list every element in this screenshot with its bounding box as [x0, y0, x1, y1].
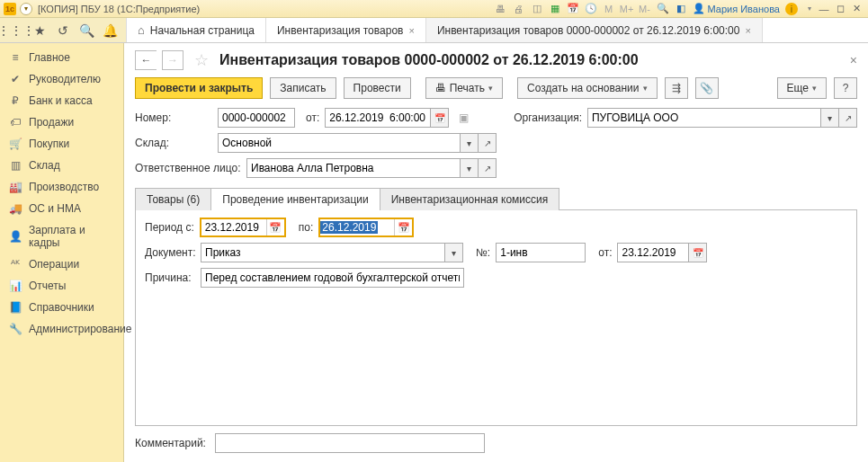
search-icon[interactable]: 🔍	[79, 23, 94, 38]
window-titlebar: 1c ▾ [КОПИЯ] ПБУ 18 (1С:Предприятие) 🖶 🖨…	[0, 0, 868, 18]
sidebar-item-label: ОС и НМА	[29, 202, 81, 215]
more-button[interactable]: Еще ▾	[777, 77, 827, 99]
period-to-input[interactable]: 26.12.2019	[320, 221, 378, 234]
posted-status-icon: ▣	[454, 108, 472, 128]
m-plus-icon[interactable]: M+	[621, 3, 633, 15]
sidebar-item-bank[interactable]: ₽Банк и касса	[0, 90, 123, 111]
sidebar-item-admin[interactable]: 🔧Администрирование	[0, 318, 123, 340]
apps-grid-icon[interactable]: ⋮⋮⋮	[9, 23, 23, 38]
sidebar-item-payroll[interactable]: 👤Зарплата и кадры	[0, 219, 123, 253]
document-type-input[interactable]	[201, 243, 445, 262]
favorites-icon[interactable]: ★	[32, 23, 47, 38]
printer-icon[interactable]: 🖨	[513, 3, 525, 15]
attachments-button[interactable]: 📎	[695, 77, 719, 99]
tab-inventory-process[interactable]: Проведение инвентаризации	[210, 188, 380, 210]
maximize-button[interactable]: ◻	[832, 3, 848, 15]
sidebar-item-label: Руководителю	[29, 73, 101, 85]
post-and-close-button[interactable]: Провести и закрыть	[135, 77, 263, 99]
sidebar-item-operations[interactable]: ᴬᴷОперации	[0, 253, 123, 275]
truck-icon: 🚚	[9, 202, 22, 215]
calendar-icon[interactable]: 📅	[431, 108, 449, 128]
sidebar-item-assets[interactable]: 🚚ОС и НМА	[0, 198, 123, 219]
toolbar-left-icons: ⋮⋮⋮ ★ ↺ 🔍 🔔	[0, 18, 127, 42]
help-button[interactable]: ?	[834, 77, 857, 99]
dropdown-icon[interactable]: ▾	[821, 108, 839, 128]
tab-close-icon[interactable]: ×	[408, 25, 414, 36]
structure-button[interactable]: ⇶	[665, 77, 688, 99]
open-ref-icon[interactable]: ↗	[479, 158, 497, 178]
dropdown-icon[interactable]: ▾	[445, 243, 463, 262]
document-tabs: ⌂ Начальная страница Инвентаризация това…	[127, 18, 763, 42]
windows-icon[interactable]: ◧	[675, 3, 687, 15]
sidebar-item-production[interactable]: 🏭Производство	[0, 176, 123, 198]
sidebar-item-label: Склад	[29, 159, 60, 172]
create-based-button[interactable]: Создать на основании ▾	[517, 77, 658, 99]
doc-number-input[interactable]	[496, 243, 586, 262]
tab-goods[interactable]: Товары (6)	[135, 188, 211, 210]
reason-label: Причина:	[145, 271, 195, 284]
open-ref-icon[interactable]: ↗	[479, 133, 497, 153]
calendar-icon[interactable]: 📅	[394, 219, 412, 235]
comment-input[interactable]	[215, 433, 485, 453]
dropdown-icon[interactable]: ▾	[461, 133, 479, 153]
close-document-button[interactable]: ×	[850, 53, 857, 67]
clock-icon[interactable]: 🕓	[585, 3, 597, 15]
number-input[interactable]	[218, 108, 295, 128]
calc-icon[interactable]: ▦	[549, 3, 561, 15]
sidebar-item-manager[interactable]: ✔Руководителю	[0, 68, 123, 90]
calendar-icon[interactable]: 📅	[567, 3, 579, 15]
post-button[interactable]: Провести	[344, 77, 411, 99]
save-button[interactable]: Записать	[270, 77, 336, 99]
app-menu-dropdown[interactable]: ▾	[20, 3, 32, 15]
sidebar-item-label: Покупки	[29, 138, 69, 150]
m-icon[interactable]: M	[603, 3, 615, 15]
forward-button[interactable]: →	[162, 50, 183, 70]
calendar-icon[interactable]: 📅	[689, 243, 707, 262]
sidebar-item-catalogs[interactable]: 📘Справочники	[0, 297, 123, 318]
wrench-icon: 🔧	[9, 323, 22, 335]
period-from-input[interactable]	[201, 219, 266, 235]
tab-home[interactable]: ⌂ Начальная страница	[127, 18, 266, 42]
tab-close-icon[interactable]: ×	[745, 25, 750, 36]
tab-inventory-doc[interactable]: Инвентаризация товаров 0000-000002 от 26…	[426, 18, 763, 42]
favorite-star-icon[interactable]: ☆	[194, 50, 209, 70]
print-button[interactable]: 🖶 Печать ▾	[425, 77, 503, 99]
responsible-input[interactable]	[246, 158, 461, 178]
current-user[interactable]: 👤 Мария Иванова	[693, 3, 780, 14]
history-icon[interactable]: ↺	[56, 23, 70, 38]
dropdown-icon[interactable]: ▾	[461, 158, 479, 178]
sidebar-item-main[interactable]: ≡Главное	[0, 47, 123, 68]
sidebar-item-purchases[interactable]: 🛒Покупки	[0, 133, 123, 155]
minimize-button[interactable]: —	[816, 3, 832, 15]
close-window-button[interactable]: ✕	[848, 3, 864, 15]
compare-icon[interactable]: ◫	[531, 3, 543, 15]
tab-inventory-list[interactable]: Инвентаризация товаров ×	[266, 18, 426, 42]
print-icon[interactable]: 🖶	[495, 3, 507, 15]
info-icon[interactable]: i	[785, 3, 798, 15]
doc-date-input[interactable]	[617, 243, 689, 262]
m-minus-icon[interactable]: M-	[639, 3, 651, 15]
sidebar-item-label: Операции	[29, 258, 79, 271]
boxes-icon: ▥	[9, 159, 22, 172]
document-title: Инвентаризация товаров 0000-000002 от 26…	[219, 52, 639, 68]
warehouse-input[interactable]	[218, 133, 461, 153]
organization-input[interactable]	[587, 108, 821, 128]
chevron-down-icon: ▾	[643, 84, 648, 93]
info-dropdown-icon[interactable]: ▾	[803, 3, 816, 15]
notifications-icon[interactable]: 🔔	[103, 23, 117, 38]
sidebar-item-label: Банк и касса	[29, 94, 93, 107]
back-button[interactable]: ←	[135, 50, 157, 70]
book-icon: 📘	[9, 301, 22, 314]
user-name: Мария Иванова	[708, 4, 780, 14]
open-ref-icon[interactable]: ↗	[839, 108, 857, 128]
sidebar-item-warehouse[interactable]: ▥Склад	[0, 155, 123, 176]
date-input[interactable]	[325, 108, 431, 128]
reason-input[interactable]	[201, 268, 464, 288]
sidebar-item-reports[interactable]: 📊Отчеты	[0, 275, 123, 297]
calendar-icon[interactable]: 📅	[266, 219, 284, 235]
search-global-icon[interactable]: 🔍	[657, 3, 669, 15]
home-icon: ⌂	[138, 23, 145, 37]
tab-label: Инвентаризация товаров	[277, 24, 403, 37]
sidebar-item-sales[interactable]: 🏷Продажи	[0, 111, 123, 133]
tab-commission[interactable]: Инвентаризационная комиссия	[380, 188, 560, 210]
